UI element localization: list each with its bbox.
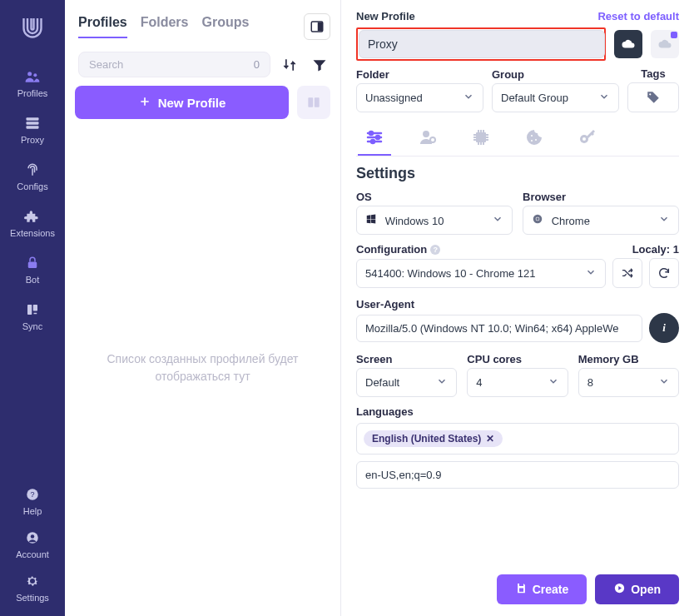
create-button[interactable]: Create — [497, 574, 587, 604]
search-placeholder: Search — [89, 58, 123, 71]
open-button[interactable]: Open — [595, 574, 679, 604]
tab-folders[interactable]: Folders — [141, 15, 189, 38]
new-profile-label: New Profile — [158, 96, 226, 110]
nav-proxy[interactable]: Proxy — [0, 107, 65, 153]
category-tab-cookies[interactable] — [518, 127, 551, 156]
nav-help[interactable]: ? Help — [0, 479, 65, 523]
cpu-label: CPU cores — [467, 353, 568, 365]
browser-value: Chrome — [552, 215, 590, 227]
nav-label: Account — [16, 549, 49, 559]
chevron-down-icon — [585, 266, 597, 281]
category-tab-account[interactable] — [411, 127, 444, 156]
app-logo — [16, 12, 49, 45]
cpu-value: 4 — [476, 376, 482, 389]
svg-rect-2 — [27, 117, 39, 120]
ua-value: Mozilla/5.0 (Windows NT 10.0; Win64; x64… — [365, 322, 618, 335]
svg-rect-32 — [519, 589, 523, 592]
screen-label: Screen — [356, 353, 457, 365]
screen-select[interactable]: Default — [356, 368, 457, 397]
lang-text-value: en-US,en;q=0.9 — [365, 469, 441, 481]
nav-account[interactable]: Account — [0, 523, 65, 566]
panel-toggle-button[interactable] — [304, 13, 330, 40]
nav-bot[interactable]: Bot — [0, 246, 65, 293]
folder-label: Folder — [356, 68, 483, 81]
account-icon — [24, 529, 41, 546]
nav-configs[interactable]: Configs — [0, 153, 65, 200]
memory-value: 8 — [587, 376, 593, 389]
nav-extensions[interactable]: Extensions — [0, 200, 65, 246]
browser-label: Browser — [523, 191, 679, 203]
reset-to-default-link[interactable]: Reset to default — [597, 10, 679, 22]
folder-value: Unassigned — [365, 92, 423, 104]
svg-point-23 — [531, 135, 533, 137]
search-input[interactable]: Search 0 — [78, 52, 270, 77]
os-value: Windows 10 — [385, 215, 444, 227]
lock-icon — [24, 255, 41, 271]
memory-select[interactable]: 8 — [578, 368, 679, 397]
group-select[interactable]: Default Group — [492, 83, 619, 112]
os-label: OS — [356, 191, 513, 203]
search-count: 0 — [254, 58, 260, 71]
chevron-down-icon — [492, 213, 503, 227]
nav-settings[interactable]: Settings — [0, 566, 65, 609]
chevron-down-icon — [658, 375, 670, 390]
svg-text:?: ? — [30, 490, 34, 499]
users-icon — [24, 68, 41, 85]
user-agent-input[interactable]: Mozilla/5.0 (Windows NT 10.0; Win64; x64… — [356, 315, 642, 342]
filter-button[interactable] — [309, 54, 330, 76]
chevron-down-icon — [548, 375, 559, 390]
svg-rect-7 — [33, 305, 37, 311]
chevron-down-icon — [598, 91, 610, 105]
tab-groups[interactable]: Groups — [201, 15, 249, 38]
folder-select[interactable]: Unassigned — [356, 83, 483, 112]
chevron-down-icon — [658, 213, 670, 227]
svg-rect-13 — [318, 22, 322, 32]
refresh-button[interactable] — [649, 258, 679, 288]
chrome-icon — [532, 213, 543, 225]
profile-name-input[interactable] — [359, 30, 605, 58]
nav-sync[interactable]: Sync — [0, 293, 65, 340]
category-tab-hardware[interactable] — [464, 127, 498, 156]
category-tab-security[interactable] — [571, 127, 604, 156]
help-icon[interactable]: ? — [430, 245, 440, 255]
languages-label: Languages — [356, 405, 679, 418]
browser-select[interactable]: Chrome — [523, 206, 679, 235]
config-value: 541400: Windows 10 - Chrome 121 — [365, 267, 536, 280]
svg-rect-4 — [27, 126, 39, 128]
app-sidebar: Profiles Proxy Configs Extensions Bot — [0, 0, 65, 616]
ua-info-button[interactable]: i — [649, 313, 679, 343]
shuffle-button[interactable] — [612, 258, 642, 288]
cpu-select[interactable]: 4 — [467, 368, 568, 397]
cloud-storage-button[interactable] — [614, 30, 642, 58]
tab-profiles[interactable]: Profiles — [78, 15, 127, 38]
layout-button[interactable] — [297, 86, 330, 119]
nav-label: Extensions — [10, 228, 55, 238]
os-select[interactable]: Windows 10 — [356, 206, 513, 235]
svg-point-24 — [535, 139, 537, 141]
plus-icon — [138, 95, 151, 111]
screen-value: Default — [365, 376, 399, 389]
svg-point-0 — [27, 72, 32, 76]
languages-text-input[interactable]: en-US,en;q=0.9 — [356, 461, 679, 489]
languages-chip-area[interactable]: English (United States) ✕ — [356, 423, 679, 455]
svg-rect-15 — [315, 97, 320, 107]
group-label: Group — [492, 68, 619, 81]
category-tab-settings[interactable] — [358, 127, 391, 156]
sort-button[interactable] — [279, 54, 300, 76]
config-select[interactable]: 541400: Windows 10 - Chrome 121 — [356, 259, 606, 288]
svg-point-25 — [531, 140, 533, 142]
chevron-down-icon — [463, 91, 474, 105]
svg-rect-3 — [27, 122, 39, 124]
remove-chip-icon[interactable]: ✕ — [486, 433, 494, 445]
svg-rect-14 — [308, 97, 313, 107]
nav-label: Settings — [16, 593, 49, 603]
new-profile-button[interactable]: New Profile — [75, 86, 289, 119]
empty-state: Список созданных профилей будет отобража… — [65, 119, 340, 616]
svg-point-20 — [423, 131, 429, 137]
svg-rect-22 — [476, 132, 486, 142]
language-chip: English (United States) ✕ — [364, 430, 503, 447]
nav-profiles[interactable]: Profiles — [0, 60, 65, 107]
local-storage-button[interactable] — [651, 30, 679, 58]
tags-button[interactable] — [627, 82, 679, 112]
nav-label: Help — [23, 506, 42, 516]
